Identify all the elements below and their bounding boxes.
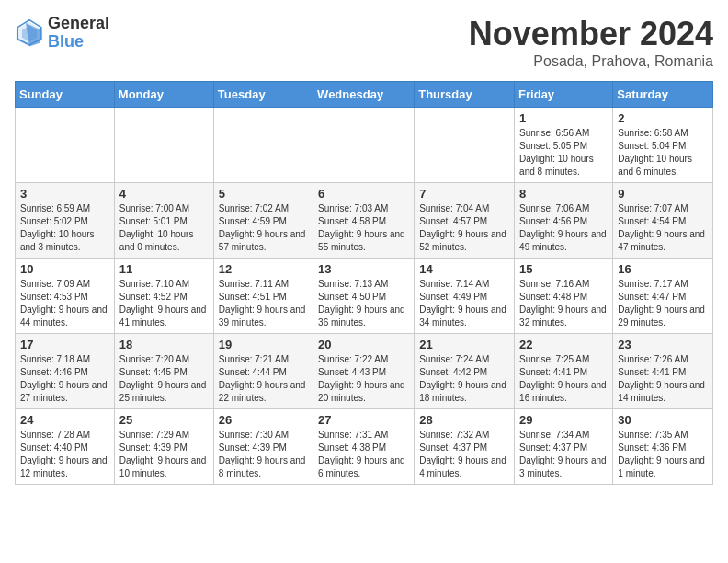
calendar-cell: 27Sunrise: 7:31 AM Sunset: 4:38 PM Dayli… — [313, 409, 415, 485]
day-info: Sunrise: 7:26 AM Sunset: 4:41 PM Dayligh… — [618, 353, 708, 405]
day-number: 12 — [219, 262, 308, 276]
day-info: Sunrise: 7:10 AM Sunset: 4:52 PM Dayligh… — [119, 278, 209, 329]
calendar-cell: 18Sunrise: 7:20 AM Sunset: 4:45 PM Dayli… — [114, 334, 213, 409]
day-info: Sunrise: 7:24 AM Sunset: 4:42 PM Dayligh… — [419, 353, 509, 405]
logo-blue-text: Blue — [48, 33, 109, 52]
day-info: Sunrise: 7:02 AM Sunset: 4:59 PM Dayligh… — [219, 202, 308, 254]
calendar-week-3: 10Sunrise: 7:09 AM Sunset: 4:53 PM Dayli… — [16, 259, 713, 334]
calendar-header-wednesday: Wednesday — [313, 82, 415, 108]
day-number: 13 — [318, 262, 409, 276]
day-number: 28 — [419, 413, 509, 427]
day-number: 25 — [119, 413, 209, 427]
day-info: Sunrise: 7:04 AM Sunset: 4:57 PM Dayligh… — [419, 202, 509, 254]
day-info: Sunrise: 7:31 AM Sunset: 4:38 PM Dayligh… — [318, 429, 409, 480]
day-number: 11 — [119, 262, 209, 276]
calendar-header-row: SundayMondayTuesdayWednesdayThursdayFrid… — [16, 82, 713, 108]
logo-icon — [15, 18, 44, 48]
calendar-cell — [415, 108, 515, 183]
day-info: Sunrise: 7:32 AM Sunset: 4:37 PM Dayligh… — [419, 429, 509, 480]
logo: General Blue — [15, 15, 109, 52]
calendar-cell: 19Sunrise: 7:21 AM Sunset: 4:44 PM Dayli… — [213, 334, 313, 409]
day-number: 3 — [20, 187, 109, 201]
calendar-cell: 22Sunrise: 7:25 AM Sunset: 4:41 PM Dayli… — [515, 334, 613, 409]
day-number: 4 — [119, 187, 209, 201]
day-number: 30 — [618, 413, 708, 427]
calendar-cell: 13Sunrise: 7:13 AM Sunset: 4:50 PM Dayli… — [313, 259, 415, 334]
calendar-header-sunday: Sunday — [16, 82, 115, 108]
calendar-cell: 16Sunrise: 7:17 AM Sunset: 4:47 PM Dayli… — [613, 259, 713, 334]
day-number: 5 — [219, 187, 308, 201]
calendar-cell: 11Sunrise: 7:10 AM Sunset: 4:52 PM Dayli… — [114, 259, 213, 334]
day-number: 7 — [419, 187, 509, 201]
calendar-cell: 7Sunrise: 7:04 AM Sunset: 4:57 PM Daylig… — [415, 183, 515, 259]
day-number: 2 — [618, 111, 708, 125]
calendar-cell: 3Sunrise: 6:59 AM Sunset: 5:02 PM Daylig… — [16, 183, 115, 259]
calendar-cell: 20Sunrise: 7:22 AM Sunset: 4:43 PM Dayli… — [313, 334, 415, 409]
day-info: Sunrise: 7:07 AM Sunset: 4:54 PM Dayligh… — [618, 202, 708, 254]
calendar-cell: 6Sunrise: 7:03 AM Sunset: 4:58 PM Daylig… — [313, 183, 415, 259]
day-number: 16 — [618, 262, 708, 276]
day-info: Sunrise: 7:14 AM Sunset: 4:49 PM Dayligh… — [419, 278, 509, 329]
title-block: November 2024 Posada, Prahova, Romania — [469, 15, 713, 70]
calendar-header-monday: Monday — [114, 82, 213, 108]
calendar-cell: 21Sunrise: 7:24 AM Sunset: 4:42 PM Dayli… — [415, 334, 515, 409]
day-number: 18 — [119, 338, 209, 351]
day-number: 29 — [519, 413, 608, 427]
month-title: November 2024 — [469, 15, 713, 53]
location: Posada, Prahova, Romania — [469, 53, 713, 70]
day-info: Sunrise: 7:20 AM Sunset: 4:45 PM Dayligh… — [119, 353, 209, 405]
calendar-cell: 25Sunrise: 7:29 AM Sunset: 4:39 PM Dayli… — [114, 409, 213, 485]
calendar-cell — [213, 108, 313, 183]
calendar-table: SundayMondayTuesdayWednesdayThursdayFrid… — [15, 81, 713, 485]
day-number: 6 — [318, 187, 409, 201]
day-info: Sunrise: 7:11 AM Sunset: 4:51 PM Dayligh… — [219, 278, 308, 329]
day-info: Sunrise: 7:30 AM Sunset: 4:39 PM Dayligh… — [219, 429, 308, 480]
day-info: Sunrise: 7:25 AM Sunset: 4:41 PM Dayligh… — [519, 353, 608, 405]
calendar-header-friday: Friday — [515, 82, 613, 108]
day-number: 24 — [20, 413, 109, 427]
day-info: Sunrise: 7:03 AM Sunset: 4:58 PM Dayligh… — [318, 202, 409, 254]
calendar-cell: 17Sunrise: 7:18 AM Sunset: 4:46 PM Dayli… — [16, 334, 115, 409]
day-info: Sunrise: 7:35 AM Sunset: 4:36 PM Dayligh… — [618, 429, 708, 480]
calendar-cell: 29Sunrise: 7:34 AM Sunset: 4:37 PM Dayli… — [515, 409, 613, 485]
logo-text: General Blue — [48, 15, 109, 52]
calendar-cell — [313, 108, 415, 183]
calendar-header-saturday: Saturday — [613, 82, 713, 108]
day-info: Sunrise: 7:17 AM Sunset: 4:47 PM Dayligh… — [618, 278, 708, 329]
calendar-week-1: 1Sunrise: 6:56 AM Sunset: 5:05 PM Daylig… — [16, 108, 713, 183]
calendar-header-tuesday: Tuesday — [213, 82, 313, 108]
calendar-cell: 12Sunrise: 7:11 AM Sunset: 4:51 PM Dayli… — [213, 259, 313, 334]
calendar-cell: 26Sunrise: 7:30 AM Sunset: 4:39 PM Dayli… — [213, 409, 313, 485]
day-info: Sunrise: 7:16 AM Sunset: 4:48 PM Dayligh… — [519, 278, 608, 329]
logo-general-text: General — [48, 15, 109, 33]
day-info: Sunrise: 6:56 AM Sunset: 5:05 PM Dayligh… — [519, 127, 608, 178]
calendar-week-5: 24Sunrise: 7:28 AM Sunset: 4:40 PM Dayli… — [16, 409, 713, 485]
calendar-cell: 28Sunrise: 7:32 AM Sunset: 4:37 PM Dayli… — [415, 409, 515, 485]
calendar-cell: 9Sunrise: 7:07 AM Sunset: 4:54 PM Daylig… — [613, 183, 713, 259]
day-info: Sunrise: 7:00 AM Sunset: 5:01 PM Dayligh… — [119, 202, 209, 254]
day-info: Sunrise: 7:28 AM Sunset: 4:40 PM Dayligh… — [20, 429, 109, 480]
day-info: Sunrise: 7:34 AM Sunset: 4:37 PM Dayligh… — [519, 429, 608, 480]
day-number: 23 — [618, 338, 708, 351]
day-number: 1 — [519, 111, 608, 125]
day-number: 17 — [20, 338, 109, 351]
day-number: 27 — [318, 413, 409, 427]
calendar-cell — [16, 108, 115, 183]
calendar-cell: 4Sunrise: 7:00 AM Sunset: 5:01 PM Daylig… — [114, 183, 213, 259]
calendar-cell: 24Sunrise: 7:28 AM Sunset: 4:40 PM Dayli… — [16, 409, 115, 485]
day-info: Sunrise: 7:22 AM Sunset: 4:43 PM Dayligh… — [318, 353, 409, 405]
calendar-cell: 8Sunrise: 7:06 AM Sunset: 4:56 PM Daylig… — [515, 183, 613, 259]
day-info: Sunrise: 7:06 AM Sunset: 4:56 PM Dayligh… — [519, 202, 608, 254]
day-info: Sunrise: 7:18 AM Sunset: 4:46 PM Dayligh… — [20, 353, 109, 405]
day-info: Sunrise: 7:13 AM Sunset: 4:50 PM Dayligh… — [318, 278, 409, 329]
day-number: 10 — [20, 262, 109, 276]
day-number: 20 — [318, 338, 409, 351]
day-number: 19 — [219, 338, 308, 351]
calendar-cell: 10Sunrise: 7:09 AM Sunset: 4:53 PM Dayli… — [16, 259, 115, 334]
day-number: 8 — [519, 187, 608, 201]
day-info: Sunrise: 6:58 AM Sunset: 5:04 PM Dayligh… — [618, 127, 708, 178]
calendar-cell: 2Sunrise: 6:58 AM Sunset: 5:04 PM Daylig… — [613, 108, 713, 183]
day-number: 26 — [219, 413, 308, 427]
calendar-week-4: 17Sunrise: 7:18 AM Sunset: 4:46 PM Dayli… — [16, 334, 713, 409]
day-info: Sunrise: 7:09 AM Sunset: 4:53 PM Dayligh… — [20, 278, 109, 329]
